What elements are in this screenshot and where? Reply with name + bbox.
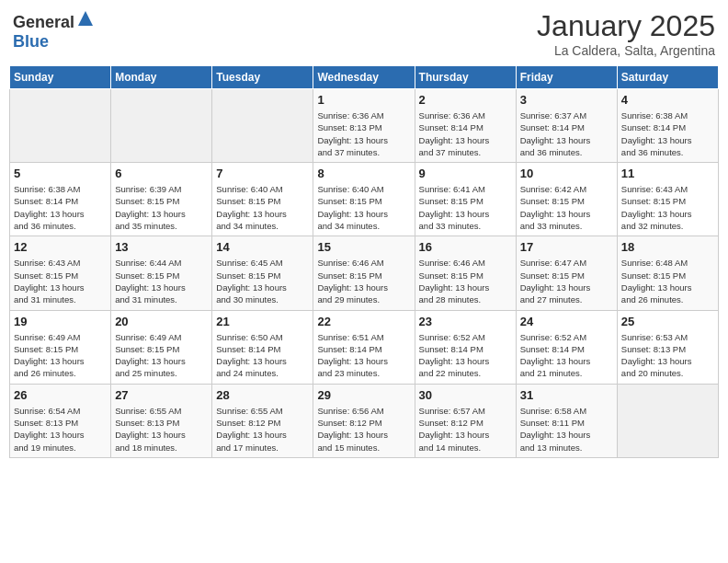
calendar-cell — [111, 89, 212, 163]
day-number: 1 — [317, 93, 410, 107]
calendar-cell: 9Sunrise: 6:41 AMSunset: 8:15 PMDaylight… — [415, 163, 516, 236]
calendar-cell: 5Sunrise: 6:38 AMSunset: 8:14 PMDaylight… — [10, 163, 111, 236]
calendar-cell: 11Sunrise: 6:43 AMSunset: 8:15 PMDayligh… — [617, 163, 718, 236]
calendar-cell: 20Sunrise: 6:49 AMSunset: 8:15 PMDayligh… — [111, 310, 212, 384]
calendar-cell: 18Sunrise: 6:48 AMSunset: 8:15 PMDayligh… — [617, 236, 718, 310]
day-info: Sunrise: 6:54 AMSunset: 8:13 PMDaylight:… — [14, 405, 107, 454]
calendar-cell: 19Sunrise: 6:49 AMSunset: 8:15 PMDayligh… — [10, 310, 111, 384]
title-block: January 2025 La Caldera, Salta, Argentin… — [537, 9, 715, 58]
day-info: Sunrise: 6:45 AMSunset: 8:15 PMDaylight:… — [216, 257, 309, 305]
day-info: Sunrise: 6:38 AMSunset: 8:14 PMDaylight:… — [621, 109, 714, 158]
calendar-cell: 15Sunrise: 6:46 AMSunset: 8:15 PMDayligh… — [313, 236, 415, 310]
day-info: Sunrise: 6:56 AMSunset: 8:12 PMDaylight:… — [317, 405, 410, 454]
calendar-cell: 24Sunrise: 6:52 AMSunset: 8:14 PMDayligh… — [516, 310, 617, 384]
header-cell-tuesday: Tuesday — [212, 66, 313, 89]
day-info: Sunrise: 6:43 AMSunset: 8:15 PMDaylight:… — [621, 183, 714, 232]
logo: General Blue — [13, 9, 95, 52]
logo-general: General — [13, 13, 74, 31]
day-info: Sunrise: 6:38 AMSunset: 8:14 PMDaylight:… — [14, 183, 107, 232]
day-number: 18 — [621, 240, 714, 254]
day-number: 22 — [317, 315, 410, 328]
day-info: Sunrise: 6:58 AMSunset: 8:11 PMDaylight:… — [520, 405, 613, 454]
day-number: 19 — [14, 315, 107, 328]
day-info: Sunrise: 6:50 AMSunset: 8:14 PMDaylight:… — [216, 331, 309, 380]
day-info: Sunrise: 6:40 AMSunset: 8:15 PMDaylight:… — [317, 183, 410, 232]
day-number: 24 — [520, 315, 613, 328]
calendar-cell: 31Sunrise: 6:58 AMSunset: 8:11 PMDayligh… — [516, 384, 617, 457]
calendar-cell: 21Sunrise: 6:50 AMSunset: 8:14 PMDayligh… — [212, 310, 313, 384]
day-info: Sunrise: 6:55 AMSunset: 8:12 PMDaylight:… — [216, 405, 309, 454]
calendar-cell: 25Sunrise: 6:53 AMSunset: 8:13 PMDayligh… — [617, 310, 718, 384]
day-info: Sunrise: 6:40 AMSunset: 8:15 PMDaylight:… — [216, 183, 309, 232]
calendar-cell: 1Sunrise: 6:36 AMSunset: 8:13 PMDaylight… — [313, 89, 415, 163]
day-info: Sunrise: 6:52 AMSunset: 8:14 PMDaylight:… — [520, 331, 613, 380]
logo-blue: Blue — [13, 32, 49, 51]
day-info: Sunrise: 6:51 AMSunset: 8:14 PMDaylight:… — [317, 331, 410, 380]
day-number: 14 — [216, 240, 309, 254]
day-number: 13 — [115, 240, 208, 254]
day-number: 3 — [520, 93, 613, 107]
day-info: Sunrise: 6:53 AMSunset: 8:13 PMDaylight:… — [621, 331, 714, 380]
day-number: 11 — [621, 167, 714, 180]
day-info: Sunrise: 6:49 AMSunset: 8:15 PMDaylight:… — [14, 331, 107, 380]
day-number: 25 — [621, 315, 714, 328]
calendar-week-2: 12Sunrise: 6:43 AMSunset: 8:15 PMDayligh… — [10, 236, 719, 310]
month-year: January 2025 — [537, 9, 715, 43]
page-header: General Blue January 2025 La Caldera, Sa… — [9, 9, 719, 58]
day-info: Sunrise: 6:52 AMSunset: 8:14 PMDaylight:… — [419, 331, 512, 380]
header-cell-saturday: Saturday — [617, 66, 718, 89]
day-info: Sunrise: 6:55 AMSunset: 8:13 PMDaylight:… — [115, 405, 208, 454]
day-number: 30 — [419, 388, 512, 402]
calendar-cell: 23Sunrise: 6:52 AMSunset: 8:14 PMDayligh… — [415, 310, 516, 384]
day-number: 20 — [115, 315, 208, 328]
day-number: 7 — [216, 167, 309, 180]
calendar-cell: 2Sunrise: 6:36 AMSunset: 8:14 PMDaylight… — [415, 89, 516, 163]
calendar-cell: 28Sunrise: 6:55 AMSunset: 8:12 PMDayligh… — [212, 384, 313, 457]
logo-text: General Blue — [13, 9, 95, 52]
calendar-cell: 3Sunrise: 6:37 AMSunset: 8:14 PMDaylight… — [516, 89, 617, 163]
day-number: 21 — [216, 315, 309, 328]
calendar-cell: 6Sunrise: 6:39 AMSunset: 8:15 PMDaylight… — [111, 163, 212, 236]
calendar-week-4: 26Sunrise: 6:54 AMSunset: 8:13 PMDayligh… — [10, 384, 719, 457]
day-info: Sunrise: 6:36 AMSunset: 8:13 PMDaylight:… — [317, 109, 410, 158]
day-number: 15 — [317, 240, 410, 254]
calendar-cell: 4Sunrise: 6:38 AMSunset: 8:14 PMDaylight… — [617, 89, 718, 163]
header-row: SundayMondayTuesdayWednesdayThursdayFrid… — [10, 66, 719, 89]
calendar-cell: 22Sunrise: 6:51 AMSunset: 8:14 PMDayligh… — [313, 310, 415, 384]
day-number: 12 — [14, 240, 107, 254]
calendar-cell: 17Sunrise: 6:47 AMSunset: 8:15 PMDayligh… — [516, 236, 617, 310]
header-cell-monday: Monday — [111, 66, 212, 89]
day-number: 9 — [419, 167, 512, 180]
day-info: Sunrise: 6:39 AMSunset: 8:15 PMDaylight:… — [115, 183, 208, 232]
day-info: Sunrise: 6:44 AMSunset: 8:15 PMDaylight:… — [115, 257, 208, 305]
day-number: 4 — [621, 93, 714, 107]
day-number: 26 — [14, 388, 107, 402]
day-info: Sunrise: 6:36 AMSunset: 8:14 PMDaylight:… — [419, 109, 512, 158]
calendar-table: SundayMondayTuesdayWednesdayThursdayFrid… — [9, 65, 719, 458]
header-cell-thursday: Thursday — [415, 66, 516, 89]
calendar-cell: 26Sunrise: 6:54 AMSunset: 8:13 PMDayligh… — [10, 384, 111, 457]
calendar-week-1: 5Sunrise: 6:38 AMSunset: 8:14 PMDaylight… — [10, 163, 719, 236]
location: La Caldera, Salta, Argentina — [537, 43, 715, 58]
day-info: Sunrise: 6:42 AMSunset: 8:15 PMDaylight:… — [520, 183, 613, 232]
day-info: Sunrise: 6:46 AMSunset: 8:15 PMDaylight:… — [317, 257, 410, 305]
day-info: Sunrise: 6:48 AMSunset: 8:15 PMDaylight:… — [621, 257, 714, 305]
day-number: 29 — [317, 388, 410, 402]
calendar-cell: 14Sunrise: 6:45 AMSunset: 8:15 PMDayligh… — [212, 236, 313, 310]
day-number: 8 — [317, 167, 410, 180]
day-number: 28 — [216, 388, 309, 402]
day-info: Sunrise: 6:47 AMSunset: 8:15 PMDaylight:… — [520, 257, 613, 305]
day-info: Sunrise: 6:41 AMSunset: 8:15 PMDaylight:… — [419, 183, 512, 232]
day-number: 16 — [419, 240, 512, 254]
day-info: Sunrise: 6:49 AMSunset: 8:15 PMDaylight:… — [115, 331, 208, 380]
calendar-cell — [617, 384, 718, 457]
calendar-cell: 29Sunrise: 6:56 AMSunset: 8:12 PMDayligh… — [313, 384, 415, 457]
calendar-cell: 7Sunrise: 6:40 AMSunset: 8:15 PMDaylight… — [212, 163, 313, 236]
day-number: 31 — [520, 388, 613, 402]
calendar-week-0: 1Sunrise: 6:36 AMSunset: 8:13 PMDaylight… — [10, 89, 719, 163]
calendar-cell: 10Sunrise: 6:42 AMSunset: 8:15 PMDayligh… — [516, 163, 617, 236]
calendar-cell: 12Sunrise: 6:43 AMSunset: 8:15 PMDayligh… — [10, 236, 111, 310]
day-number: 6 — [115, 167, 208, 180]
day-number: 17 — [520, 240, 613, 254]
calendar-cell: 27Sunrise: 6:55 AMSunset: 8:13 PMDayligh… — [111, 384, 212, 457]
